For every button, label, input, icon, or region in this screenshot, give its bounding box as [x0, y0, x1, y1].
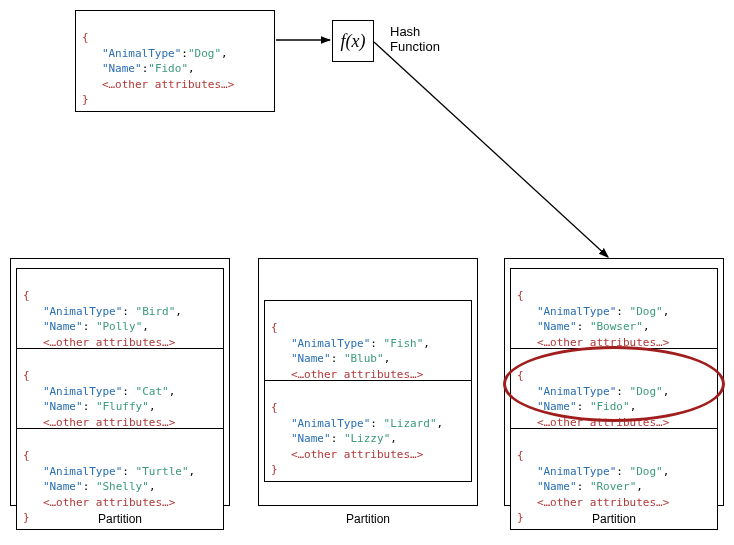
partition-2-label: Partition — [504, 512, 724, 526]
partition-0-label: Partition — [10, 512, 230, 526]
key-name: "Name" — [102, 62, 142, 75]
hash-function-label: HashFunction — [390, 24, 440, 54]
partition-1-doc-1: { "AnimalType": "Lizard", "Name": "Lizzy… — [264, 380, 472, 482]
arrow-fx-to-partition — [374, 42, 608, 257]
val-animaltype: "Dog" — [188, 47, 221, 60]
key-animaltype: "AnimalType" — [102, 47, 181, 60]
input-document: { "AnimalType":"Dog", "Name":"Fido", <…o… — [75, 10, 275, 112]
fx-label: f(x) — [341, 31, 366, 52]
other-attrs: <…other attributes…> — [102, 78, 234, 91]
partition-1-label: Partition — [258, 512, 478, 526]
hash-function-box: f(x) — [332, 20, 374, 62]
val-name: "Fido" — [148, 62, 188, 75]
